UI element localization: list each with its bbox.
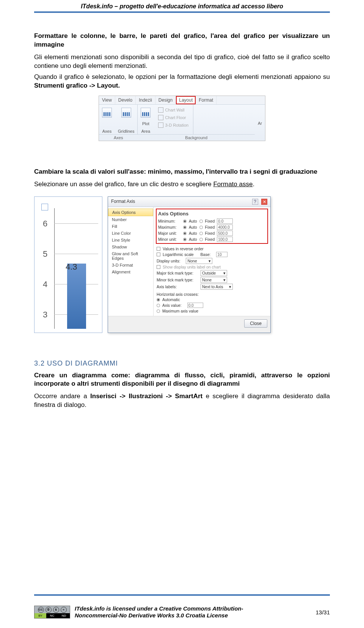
group-background: Background: [138, 134, 255, 141]
max-fixed-radio[interactable]: [199, 226, 203, 229]
log-check[interactable]: [157, 253, 160, 256]
plot-label1[interactable]: Plot: [142, 121, 149, 126]
format-axis-dialog: Format Axis ? ✕ Axis Options Number Fill…: [108, 196, 271, 333]
sec1-title: Formattare le colonne, le barre, le pare…: [34, 32, 330, 49]
axis-options-highlight: Axis Options Minimum:AutoFixed Maximum:A…: [156, 209, 268, 244]
axes-icon: [102, 108, 112, 118]
base-input[interactable]: [216, 252, 228, 257]
footer-rule: [34, 594, 330, 596]
minor-tick-select[interactable]: None▾: [201, 277, 227, 283]
minor-value-input[interactable]: [217, 237, 233, 242]
axes-label[interactable]: Axes: [102, 129, 111, 133]
major-tick-select[interactable]: Outside▾: [201, 270, 227, 276]
gridlines-icon: [121, 108, 131, 118]
tab-format[interactable]: Format: [196, 96, 217, 104]
sec2-p1-pre: Selezionare un asse del grafico, fare un…: [34, 181, 213, 188]
sec1-p2-bold: Strumenti grafico -> Layout.: [34, 82, 120, 89]
sec3-p1: Occorre andare a Inserisci -> Ilustrazio…: [34, 392, 330, 410]
chart-wall-button[interactable]: Chart Wall: [157, 107, 190, 113]
tab-view[interactable]: View: [99, 96, 115, 104]
ar-label: Ar: [258, 121, 262, 126]
sec3-title: Creare un diagramma come: diagramma di f…: [34, 371, 330, 389]
header-rule: [34, 11, 330, 13]
close-icon[interactable]: ✕: [261, 199, 267, 205]
sec1-p2-text: Quando il grafico è selezionato, le opzi…: [34, 73, 330, 80]
display-units-select[interactable]: None▾: [186, 258, 212, 264]
minor-auto-radio[interactable]: [183, 238, 187, 241]
cc-badge: CC①$= BYNCND: [34, 606, 70, 619]
footer-line2: Noncommercial-No Derivative Works 3.0 Cr…: [75, 612, 228, 619]
cross-max-radio[interactable]: [157, 309, 160, 313]
axis-options-title: Axis Options: [158, 211, 266, 217]
min-value-input[interactable]: [217, 218, 233, 224]
max-auto-radio[interactable]: [183, 226, 187, 229]
sec1-p1: Gli elementi menzionati sono disponibili…: [34, 53, 330, 71]
nav-fill[interactable]: Fill: [108, 223, 153, 230]
cross-auto-radio[interactable]: [157, 298, 160, 301]
nav-alignment[interactable]: Alignment: [108, 268, 153, 275]
nav-axis-options[interactable]: Axis Options: [108, 209, 153, 216]
footer: CC①$= BYNCND ITdesk.info is licensed und…: [34, 605, 330, 619]
footer-line1: ITdesk.info is licensed under a Creative…: [75, 605, 243, 612]
nav-line-style[interactable]: Line Style: [108, 237, 153, 243]
tab-indezii[interactable]: Indezii: [136, 96, 155, 104]
cross-value-input[interactable]: [187, 303, 203, 308]
chart-handle: [41, 204, 48, 210]
nav-number[interactable]: Number: [108, 216, 153, 223]
ribbon-screenshot: View Develo Indezii Design Layout Format…: [99, 96, 265, 141]
help-button[interactable]: ?: [252, 199, 258, 205]
close-button[interactable]: Close: [244, 319, 267, 328]
plot-area-icon: [141, 108, 151, 118]
section-number: 3.2 USO DI DIAGRAMMI: [34, 360, 330, 367]
sec2-p1-post: .: [253, 181, 254, 188]
min-auto-radio[interactable]: [183, 220, 187, 223]
tab-design[interactable]: Design: [155, 96, 176, 104]
max-value-input[interactable]: [217, 225, 233, 230]
gridlines-label[interactable]: Gridlines: [118, 129, 134, 133]
chart-floor-button[interactable]: Chart Floor: [157, 115, 190, 121]
dialog-nav: Axis Options Number Fill Line Color Line…: [108, 207, 154, 316]
tab-develo[interactable]: Develo: [115, 96, 136, 104]
dialog-title: Format Axis: [111, 199, 135, 205]
major-fixed-radio[interactable]: [199, 232, 203, 235]
plot-label2: Area: [141, 129, 150, 133]
page-number: 13/31: [315, 609, 330, 615]
nav-shadow[interactable]: Shadow: [108, 243, 153, 250]
cross-value-radio[interactable]: [157, 304, 160, 307]
sec2-p1-link: Formato asse: [213, 181, 253, 188]
rotation-button[interactable]: 3-D Rotation: [157, 122, 190, 128]
minor-fixed-radio[interactable]: [199, 238, 203, 241]
nav-glow[interactable]: Glow and Soft Edges: [108, 250, 153, 262]
tab-layout[interactable]: Layout: [176, 96, 196, 104]
reverse-check[interactable]: [157, 247, 160, 251]
ribbon-tabs: View Develo Indezii Design Layout Format: [99, 96, 265, 105]
sec2-title: Cambiare la scala di valori sull'asse: m…: [34, 168, 330, 176]
nav-line-color[interactable]: Line Color: [108, 230, 153, 237]
page-header: ITdesk.info – progetto dell'e-educazione…: [34, 0, 330, 11]
min-fixed-radio[interactable]: [199, 220, 203, 223]
sec3-p1-bold: Inserisci -> Ilustrazioni -> SmartArt: [90, 392, 202, 400]
show-label-check[interactable]: [157, 265, 160, 269]
major-value-input[interactable]: [217, 231, 233, 236]
group-axes: Axes: [99, 134, 138, 141]
major-auto-radio[interactable]: [183, 232, 187, 235]
nav-3d[interactable]: 3-D Format: [108, 262, 153, 268]
axis-labels-select[interactable]: Next to Axis▾: [201, 284, 233, 290]
sec3-p1-pre: Occorre andare a: [34, 392, 90, 400]
bar-value: 4.3: [66, 262, 77, 272]
sec2-p1: Selezionare un asse del grafico, fare un…: [34, 180, 330, 189]
chart-excerpt: 6 5 4 3 4.3: [34, 196, 102, 333]
sec1-p2: Quando il grafico è selezionato, le opzi…: [34, 73, 330, 90]
